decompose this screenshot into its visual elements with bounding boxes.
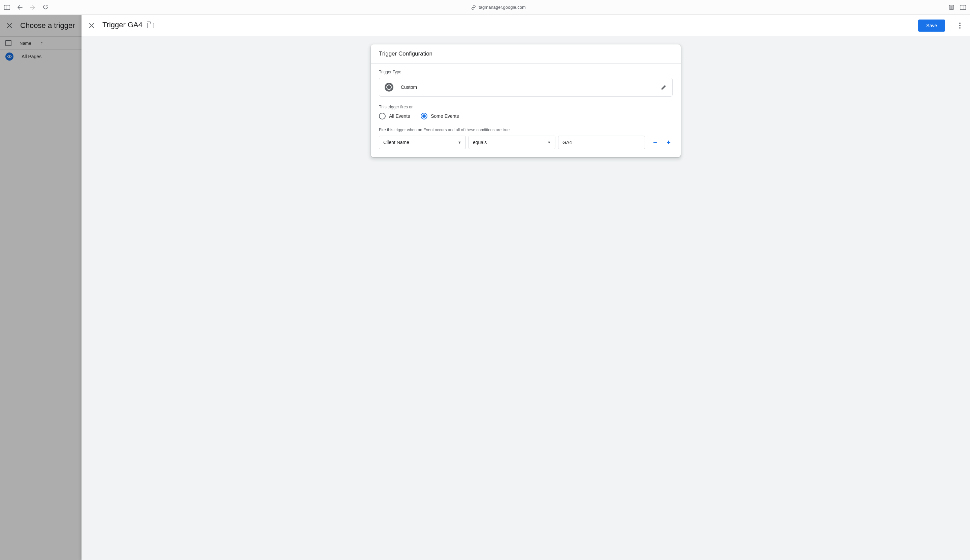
share-icon[interactable] bbox=[948, 4, 955, 10]
condition-value-input[interactable] bbox=[558, 136, 645, 149]
sidebar-toggle-icon[interactable] bbox=[4, 4, 10, 10]
more-options-icon[interactable] bbox=[956, 23, 964, 28]
trigger-editor-panel: Trigger GA4 Save Trigger Configuration T… bbox=[82, 15, 970, 560]
trigger-type-selector[interactable]: Custom bbox=[379, 78, 672, 97]
edit-icon[interactable] bbox=[661, 84, 667, 90]
address-bar-url[interactable]: tagmanager.google.com bbox=[478, 5, 525, 10]
list-item-name: All Pages bbox=[22, 54, 42, 59]
reload-icon[interactable] bbox=[42, 4, 48, 10]
trigger-config-card: Trigger Configuration Trigger Type Custo… bbox=[371, 45, 681, 157]
trigger-name-input[interactable]: Trigger GA4 bbox=[102, 20, 142, 30]
radio-some-events[interactable]: Some Events bbox=[421, 113, 459, 120]
remove-condition-button[interactable]: − bbox=[652, 138, 659, 147]
select-all-checkbox[interactable] bbox=[5, 40, 12, 46]
folder-icon[interactable] bbox=[147, 23, 154, 28]
close-editor-icon[interactable] bbox=[88, 22, 95, 30]
custom-event-icon bbox=[385, 83, 393, 92]
condition-operator-select[interactable]: equals ▼ bbox=[468, 136, 555, 149]
sort-ascending-icon: ↑ bbox=[41, 40, 43, 46]
condition-row: Client Name ▼ equals ▼ − + bbox=[379, 136, 672, 149]
add-condition-button[interactable]: + bbox=[665, 138, 672, 147]
forward-icon bbox=[30, 4, 36, 10]
browser-toolbar: tagmanager.google.com bbox=[0, 0, 970, 15]
svg-rect-0 bbox=[4, 5, 10, 9]
trigger-type-label: Trigger Type bbox=[379, 70, 672, 74]
card-title: Trigger Configuration bbox=[371, 45, 681, 63]
condition-variable-select[interactable]: Client Name ▼ bbox=[379, 136, 466, 149]
close-icon[interactable] bbox=[5, 22, 13, 30]
trigger-type-value: Custom bbox=[401, 85, 654, 90]
column-header-name[interactable]: Name bbox=[20, 41, 31, 46]
radio-all-events[interactable]: All Events bbox=[379, 113, 410, 120]
condition-variable-value: Client Name bbox=[383, 140, 409, 145]
chevron-down-icon: ▼ bbox=[547, 140, 551, 144]
conditions-label: Fire this trigger when an Event occurs a… bbox=[379, 128, 672, 132]
radio-some-label: Some Events bbox=[431, 113, 459, 119]
chevron-down-icon: ▼ bbox=[458, 140, 462, 144]
tabs-icon[interactable] bbox=[960, 4, 966, 10]
save-button[interactable]: Save bbox=[918, 20, 945, 32]
condition-operator-value: equals bbox=[473, 140, 487, 145]
radio-icon bbox=[379, 113, 386, 120]
choose-trigger-title: Choose a trigger bbox=[20, 21, 75, 30]
pageview-icon bbox=[5, 52, 13, 61]
radio-all-label: All Events bbox=[389, 113, 410, 119]
radio-icon bbox=[421, 113, 427, 120]
fires-on-label: This trigger fires on bbox=[379, 105, 672, 109]
svg-point-5 bbox=[9, 56, 10, 57]
lock-icon bbox=[471, 5, 476, 10]
back-icon[interactable] bbox=[17, 4, 23, 10]
svg-rect-3 bbox=[960, 5, 966, 9]
